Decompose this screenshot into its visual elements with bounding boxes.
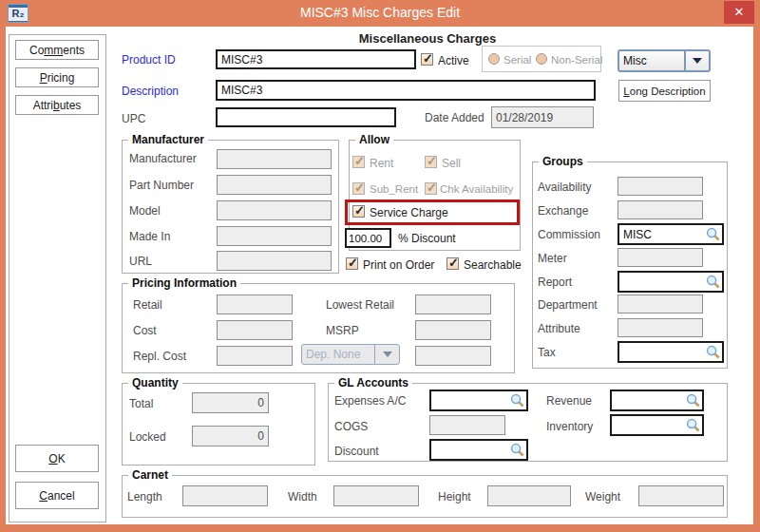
description-input[interactable]: MISC#3 bbox=[216, 80, 596, 101]
search-icon[interactable] bbox=[686, 393, 700, 408]
commission-field[interactable]: MISC bbox=[618, 223, 724, 245]
gl-discount-field[interactable] bbox=[429, 439, 528, 461]
part-number-field bbox=[217, 175, 332, 195]
discount-percent-label: % Discount bbox=[398, 232, 456, 245]
searchable-checkbox[interactable] bbox=[446, 257, 459, 270]
dialog-window: R₂ MISC#3 Misc Charges Edit ✕ Comments P… bbox=[0, 0, 760, 532]
close-button[interactable]: ✕ bbox=[724, 1, 754, 24]
sub-rent-checkbox bbox=[352, 182, 365, 195]
report-label: Report bbox=[538, 276, 572, 289]
carnet-group-title: Carnet bbox=[128, 468, 172, 482]
comments-button[interactable]: Comments bbox=[15, 40, 99, 60]
rent-checkbox bbox=[352, 156, 365, 168]
gl-accounts-group-title: GL Accounts bbox=[334, 376, 412, 390]
service-charge-checkbox[interactable] bbox=[352, 205, 365, 218]
weight-label: Weight bbox=[585, 490, 620, 504]
lowest-retail-label: Lowest Retail bbox=[326, 298, 394, 312]
manufacturer-label: Manufacturer bbox=[129, 152, 197, 165]
depreciation-dropdown-value: Dep. None bbox=[302, 345, 374, 364]
search-icon[interactable] bbox=[706, 227, 720, 241]
quantity-group-title: Quantity bbox=[128, 376, 182, 390]
locked-label: Locked bbox=[129, 430, 166, 444]
department-label: Department bbox=[538, 298, 598, 312]
tax-field[interactable] bbox=[618, 341, 724, 363]
cost-field bbox=[217, 320, 293, 340]
inventory-label: Inventory bbox=[546, 420, 593, 433]
height-label: Height bbox=[438, 490, 471, 504]
made-in-label: Made In bbox=[129, 230, 170, 243]
print-on-order-checkbox[interactable] bbox=[346, 257, 358, 270]
search-icon[interactable] bbox=[686, 418, 700, 432]
active-checkbox[interactable] bbox=[421, 53, 433, 66]
attribute-field bbox=[618, 318, 703, 337]
part-number-label: Part Number bbox=[129, 179, 194, 192]
inventory-field[interactable] bbox=[610, 414, 704, 436]
sell-label: Sell bbox=[442, 157, 461, 170]
lowest-retail-field bbox=[415, 294, 491, 314]
comments-button-label: Co bbox=[29, 44, 44, 57]
locked-field: 0 bbox=[192, 426, 269, 446]
cogs-field bbox=[429, 415, 505, 435]
serial-radio bbox=[488, 53, 500, 65]
search-icon[interactable] bbox=[510, 393, 524, 408]
print-on-order-label: Print on Order bbox=[363, 258, 434, 272]
non-serial-label: Non-Serial bbox=[551, 54, 602, 66]
gl-discount-label: Discount bbox=[334, 445, 379, 458]
discount-percent-input[interactable]: 100.00 bbox=[345, 228, 391, 248]
upc-input[interactable] bbox=[216, 107, 396, 127]
category-dropdown-button[interactable] bbox=[684, 51, 709, 70]
ok-button[interactable]: OK bbox=[15, 445, 99, 472]
long-description-button[interactable]: Long Description bbox=[618, 80, 711, 102]
pricing-info-group-title: Pricing Information bbox=[128, 276, 240, 290]
report-field[interactable] bbox=[618, 271, 724, 293]
category-dropdown[interactable]: Misc bbox=[618, 49, 711, 72]
expenses-ac-field[interactable] bbox=[429, 390, 528, 411]
date-added-field: 01/28/2019 bbox=[491, 106, 594, 128]
date-added-label: Date Added bbox=[425, 111, 484, 124]
form-header: Miscellaneous Charges bbox=[114, 31, 741, 46]
product-id-label: Product ID bbox=[122, 53, 176, 66]
window-title: MISC#3 Misc Charges Edit bbox=[0, 5, 760, 20]
search-icon[interactable] bbox=[706, 275, 720, 289]
service-charge-label: Service Charge bbox=[370, 206, 448, 219]
expenses-ac-label: Expenses A/C bbox=[334, 394, 406, 408]
attributes-button-label: Attri bbox=[33, 99, 53, 112]
title-bar[interactable]: R₂ MISC#3 Misc Charges Edit ✕ bbox=[0, 0, 760, 27]
tax-label: Tax bbox=[538, 346, 556, 359]
length-field bbox=[182, 485, 268, 506]
made-in-field bbox=[217, 226, 332, 246]
cancel-button[interactable]: Cancel bbox=[15, 482, 99, 509]
upc-label: UPC bbox=[122, 112, 145, 125]
meter-field bbox=[618, 248, 703, 267]
url-label: URL bbox=[129, 255, 152, 268]
revenue-field[interactable] bbox=[610, 390, 704, 411]
category-dropdown-value: Misc bbox=[619, 51, 684, 70]
retail-field bbox=[217, 294, 293, 314]
manufacturer-group-title: Manufacturer bbox=[128, 133, 208, 146]
total-field: 0 bbox=[192, 392, 269, 413]
exchange-field bbox=[618, 200, 703, 219]
model-label: Model bbox=[129, 204, 161, 218]
revenue-label: Revenue bbox=[546, 394, 592, 408]
department-field bbox=[618, 294, 703, 314]
repl-cost-field bbox=[217, 346, 293, 366]
search-icon[interactable] bbox=[706, 345, 720, 359]
msrp-label: MSRP bbox=[326, 324, 359, 337]
depreciation-dropdown-button bbox=[374, 345, 399, 364]
chevron-down-icon bbox=[383, 352, 392, 357]
url-field bbox=[217, 251, 332, 271]
sell-checkbox bbox=[425, 156, 437, 168]
availability-label: Availability bbox=[538, 180, 591, 194]
search-icon[interactable] bbox=[510, 443, 524, 457]
product-id-input[interactable]: MISC#3 bbox=[216, 49, 416, 69]
weight-field bbox=[638, 485, 724, 506]
cogs-label: COGS bbox=[334, 420, 368, 433]
depreciation-dropdown: Dep. None bbox=[301, 344, 400, 365]
close-icon: ✕ bbox=[734, 5, 745, 19]
commission-value: MISC bbox=[623, 228, 652, 241]
attributes-button[interactable]: Attributes bbox=[15, 95, 99, 115]
manufacturer-field bbox=[217, 149, 332, 169]
non-serial-radio bbox=[536, 53, 547, 65]
description-label: Description bbox=[122, 85, 179, 98]
pricing-button[interactable]: Pricing bbox=[15, 67, 99, 87]
